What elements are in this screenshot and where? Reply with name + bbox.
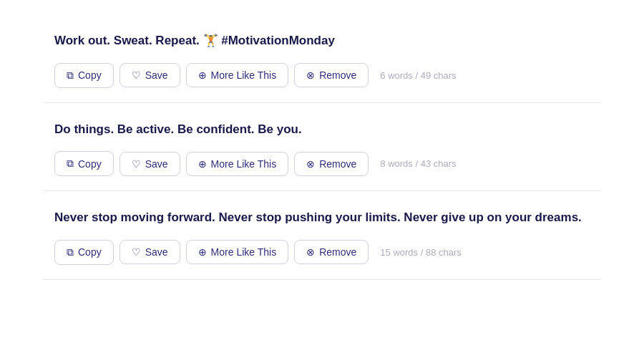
copy-label: Copy — [78, 158, 102, 170]
remove-button[interactable]: ⊗Remove — [294, 63, 369, 87]
remove-icon: ⊗ — [306, 69, 315, 81]
content-container: Work out. Sweat. Repeat. 🏋️ #MotivationM… — [43, 0, 601, 294]
more-icon: ⊕ — [198, 246, 207, 258]
more-label: More Like This — [211, 246, 277, 258]
copy-button[interactable]: ⧉Copy — [54, 63, 114, 88]
card-actions-3: ⧉Copy♡Save⊕More Like This⊗Remove15 words… — [54, 240, 590, 265]
save-label: Save — [145, 69, 168, 81]
card-text-2: Do things. Be active. Be confident. Be y… — [54, 120, 590, 139]
save-icon: ♡ — [132, 158, 141, 170]
save-label: Save — [145, 158, 168, 170]
save-button[interactable]: ♡Save — [119, 152, 180, 176]
card-text-1: Work out. Sweat. Repeat. 🏋️ #MotivationM… — [54, 32, 590, 50]
word-count: 8 words / 43 chars — [380, 158, 456, 169]
copy-icon: ⧉ — [67, 246, 74, 258]
word-count: 6 words / 49 chars — [380, 70, 456, 81]
more-label: More Like This — [211, 158, 277, 170]
save-icon: ♡ — [132, 246, 141, 258]
remove-label: Remove — [319, 69, 356, 81]
card-actions-1: ⧉Copy♡Save⊕More Like This⊗Remove6 words … — [54, 63, 590, 88]
word-count: 15 words / 88 chars — [380, 247, 461, 258]
more-like-this-button[interactable]: ⊕More Like This — [186, 152, 289, 176]
copy-button[interactable]: ⧉Copy — [54, 240, 114, 265]
more-like-this-button[interactable]: ⊕More Like This — [186, 240, 289, 264]
save-label: Save — [145, 246, 168, 258]
save-button[interactable]: ♡Save — [119, 240, 180, 264]
remove-icon: ⊗ — [306, 158, 315, 170]
copy-label: Copy — [78, 69, 102, 81]
copy-icon: ⧉ — [67, 158, 74, 170]
remove-label: Remove — [319, 246, 356, 258]
card-actions-2: ⧉Copy♡Save⊕More Like This⊗Remove8 words … — [54, 151, 590, 176]
save-icon: ♡ — [132, 69, 141, 81]
save-button[interactable]: ♡Save — [119, 63, 180, 87]
remove-icon: ⊗ — [306, 246, 315, 258]
more-like-this-button[interactable]: ⊕More Like This — [186, 63, 289, 87]
copy-button[interactable]: ⧉Copy — [54, 151, 114, 176]
card-text-3: Never stop moving forward. Never stop pu… — [54, 208, 590, 227]
copy-icon: ⧉ — [67, 69, 74, 82]
remove-label: Remove — [319, 158, 356, 170]
card-1: Work out. Sweat. Repeat. 🏋️ #MotivationM… — [43, 14, 601, 103]
remove-button[interactable]: ⊗Remove — [294, 152, 369, 176]
card-2: Do things. Be active. Be confident. Be y… — [43, 103, 601, 192]
more-label: More Like This — [211, 69, 277, 81]
more-icon: ⊕ — [198, 158, 207, 170]
copy-label: Copy — [78, 246, 102, 258]
more-icon: ⊕ — [198, 69, 207, 81]
card-3: Never stop moving forward. Never stop pu… — [43, 191, 601, 280]
remove-button[interactable]: ⊗Remove — [294, 240, 369, 264]
